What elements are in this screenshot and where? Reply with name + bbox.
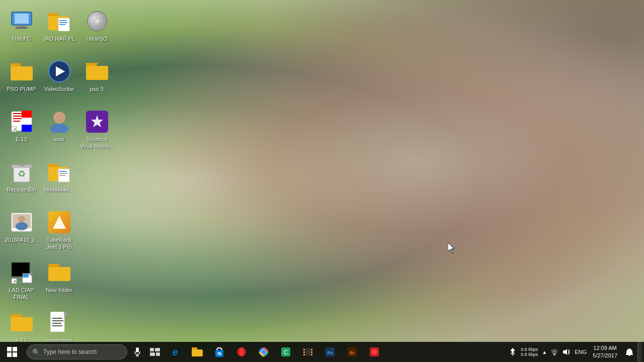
desktop-icon-pso3[interactable]: pso 3 <box>78 55 116 103</box>
lad-ciap-icon: ↗ <box>10 260 34 285</box>
network-icon[interactable] <box>548 342 560 362</box>
start-button[interactable] <box>0 342 24 362</box>
taskbar-opera[interactable] <box>230 342 253 362</box>
svg-rect-54 <box>52 323 61 324</box>
svg-rect-44 <box>59 173 67 174</box>
clock[interactable]: 12:09 AM 5/27/2017 <box>589 344 621 360</box>
taskbar-green-app[interactable]: C <box>275 342 297 362</box>
svg-rect-80 <box>303 351 305 353</box>
svg-point-72 <box>239 347 244 356</box>
svg-text:♻: ♻ <box>18 169 26 179</box>
svg-rect-10 <box>13 121 20 122</box>
clock-time: 12:09 AM <box>593 344 616 352</box>
svg-rect-81 <box>303 354 305 355</box>
svg-text:Br: Br <box>350 350 355 355</box>
svg-marker-96 <box>563 349 567 355</box>
svg-rect-60 <box>136 347 139 352</box>
desktop-icon-shortcut-virus[interactable]: Shortcut Virus Remo... <box>78 106 116 153</box>
svg-rect-53 <box>52 320 63 321</box>
lad-ciap-label: LAD CIAP FINAL <box>5 287 38 301</box>
desktop-icon-this-pc[interactable]: This PC <box>3 5 40 53</box>
svg-marker-33 <box>48 13 59 16</box>
notification-button[interactable] <box>621 342 637 362</box>
svg-rect-47 <box>48 267 70 281</box>
svg-rect-97 <box>626 354 633 355</box>
desktop-icon-person[interactable]: icon <box>40 106 78 153</box>
taskbar-file-explorer[interactable] <box>186 342 208 362</box>
desktop-icon-lad-ciap[interactable]: ↗ LAD CIAP FINAL <box>3 256 40 304</box>
svg-marker-57 <box>86 63 98 66</box>
svg-marker-94 <box>510 353 515 356</box>
desktop-icon-tuberank[interactable]: TubeRank Jeet 3 Pro <box>40 206 78 254</box>
desktop-icon-recycle[interactable]: ♻ Recycle Bin <box>3 156 40 204</box>
search-bar[interactable]: 🔍 Type here to search <box>27 344 127 359</box>
taskbar-store[interactable]: 🛍 <box>208 342 230 362</box>
svg-point-23 <box>16 222 28 230</box>
taskbar-film[interactable] <box>297 342 319 362</box>
svg-rect-63 <box>150 348 154 351</box>
desktop-icon-new-folder[interactable]: New folder <box>40 256 78 304</box>
kkk-label: kkkkkkkkk... <box>44 186 74 193</box>
volume-icon[interactable] <box>560 342 573 362</box>
svg-rect-64 <box>155 348 160 351</box>
svg-rect-52 <box>52 318 62 319</box>
search-placeholder: Type here to search <box>43 348 97 355</box>
svg-marker-92 <box>510 348 515 351</box>
svg-rect-3 <box>16 27 28 29</box>
svg-text:↗: ↗ <box>13 127 17 132</box>
svg-rect-43 <box>59 171 66 172</box>
taskbar-bridge[interactable]: Br <box>341 342 363 362</box>
network-transfer-icon[interactable] <box>507 342 518 362</box>
tuberank-label: TubeRank Jeet 3 Pro <box>42 236 76 251</box>
windows-logo <box>7 347 17 357</box>
desktop-icon-ultraiso[interactable]: UltraISO <box>78 5 116 53</box>
svg-point-95 <box>554 354 555 356</box>
svg-rect-37 <box>59 24 65 25</box>
desktop-icon-jad-har[interactable]: JAD HAR PL <box>40 5 78 53</box>
pso3-icon <box>85 59 109 83</box>
svg-rect-35 <box>59 20 66 21</box>
language-indicator[interactable]: ENG <box>573 342 589 362</box>
pso-pump-icon <box>10 59 34 83</box>
tray-overflow-button[interactable]: ▲ <box>540 342 548 362</box>
desktop: This PC PSO PUMP <box>0 0 644 362</box>
ultraiso-label: UltraISO <box>86 35 107 42</box>
recycle-label: Recycle Bin <box>7 186 36 193</box>
mysterious-icon <box>47 311 71 335</box>
desktop-icons: This PC PSO PUMP <box>0 0 151 342</box>
svg-marker-41 <box>48 164 59 167</box>
desktop-icon-videoscribe[interactable]: VideoScribe <box>40 55 78 103</box>
svg-rect-36 <box>59 22 67 23</box>
shortcut-virus-icon <box>85 110 109 134</box>
svg-rect-84 <box>311 354 312 355</box>
desktop-icon-e13[interactable]: ↗ E 13 <box>3 106 40 153</box>
svg-rect-49 <box>50 312 64 332</box>
svg-rect-79 <box>303 349 305 350</box>
taskbar-edge[interactable]: e <box>164 342 186 362</box>
new-folder-label: New folder <box>46 287 72 294</box>
microphone-button[interactable] <box>130 344 145 359</box>
desktop-icon-pso-pump[interactable]: PSO PUMP <box>3 55 40 103</box>
svg-marker-31 <box>11 314 23 317</box>
svg-rect-18 <box>19 163 25 166</box>
pso-pump-label: PSO PUMP <box>7 85 36 93</box>
cursor <box>448 242 458 252</box>
photo-icon <box>10 210 34 234</box>
videoscribe-icon <box>47 59 71 83</box>
kkk-icon <box>47 160 71 184</box>
svg-marker-59 <box>448 242 454 253</box>
taskbar-chrome[interactable] <box>253 342 275 362</box>
desktop-icon-photo[interactable]: 20160410_ji... <box>3 206 40 254</box>
svg-point-38 <box>53 112 65 124</box>
svg-text:C: C <box>284 349 288 356</box>
network-speed: 0.8 kbps 0.8 kbps <box>518 347 540 357</box>
svg-rect-67 <box>192 349 203 356</box>
task-view-button[interactable] <box>146 342 164 362</box>
taskbar-red-app[interactable] <box>363 342 385 362</box>
show-desktop-button[interactable] <box>637 342 641 362</box>
e13-label: E 13 <box>16 136 27 143</box>
taskbar-photoshop[interactable]: Ps <box>319 342 341 362</box>
svg-rect-4 <box>11 66 33 80</box>
svg-rect-56 <box>86 66 108 80</box>
desktop-icon-kkk[interactable]: kkkkkkkkk... <box>40 156 78 204</box>
